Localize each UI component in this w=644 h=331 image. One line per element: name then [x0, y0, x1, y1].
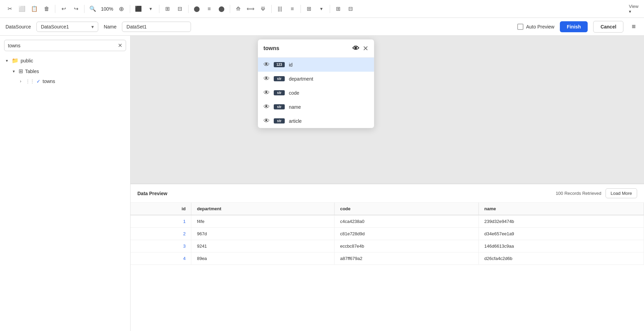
towns-label: towns — [43, 79, 55, 84]
name-label: Name — [104, 24, 116, 29]
auto-preview-wrap: Auto Preview — [517, 24, 554, 30]
toolbar: ✂ ⬜ 📋 🗑 ↩ ↪ 🔍 100% ⊕ ⬛ ▼ ⊞ ⊟ ⬤ ≡ ⬤ ⟰ ⟺ ⟱… — [0, 0, 644, 18]
sidebar: ✕ ▾ 📁 public ▾ ⊞ Tables › ⋮⋮ ✓ towns — [0, 36, 131, 331]
redo-icon[interactable]: ↪ — [70, 3, 81, 14]
public-chevron-icon: ▾ — [4, 58, 10, 63]
popup-field-code[interactable]: 👁 str code — [258, 86, 374, 100]
undo-icon[interactable]: ↩ — [58, 3, 69, 14]
dist-h-icon[interactable]: ||| — [274, 3, 285, 14]
frame-icon[interactable]: ⬛ — [133, 3, 144, 14]
fit-down-icon[interactable]: ▼ — [316, 3, 327, 14]
tables-label: Tables — [25, 69, 39, 74]
sep3 — [130, 5, 130, 13]
content-area: towns 👁 ✕ 👁 123 id 👁 str department 👁 st… — [131, 36, 644, 331]
paste-icon[interactable]: 📋 — [29, 3, 40, 14]
frame-down-icon[interactable]: ▼ — [145, 3, 156, 14]
datasource-select[interactable]: DataSource1 ▾ — [36, 22, 98, 32]
zoom-in-icon[interactable]: ⊕ — [116, 3, 127, 14]
field-name-dept: department — [289, 76, 313, 82]
name-input[interactable] — [122, 22, 191, 32]
align-top-icon[interactable]: ⟰ — [233, 3, 244, 14]
sep2 — [84, 5, 84, 13]
sep7 — [271, 5, 272, 13]
sep5 — [188, 5, 189, 13]
popup-header: towns 👁 ✕ — [258, 39, 374, 58]
header-bar: DataSource DataSource1 ▾ Name Auto Previ… — [0, 18, 644, 36]
align-bottom-icon[interactable]: ⟱ — [258, 3, 269, 14]
cell-code: a87ff679a2 — [335, 252, 479, 265]
align-vmid-icon[interactable]: ⟺ — [245, 3, 256, 14]
popup-field-id[interactable]: 👁 123 id — [258, 58, 374, 72]
field-type-dept: str — [274, 76, 285, 81]
tables-icon: ⊞ — [19, 68, 23, 74]
field-name-article: article — [289, 118, 302, 124]
search-input[interactable] — [8, 43, 118, 48]
field-name-id: id — [289, 62, 293, 68]
search-clear-icon[interactable]: ✕ — [118, 42, 122, 49]
cell-id: 3 — [131, 240, 191, 252]
cell-name: 146d6613c9aa — [479, 240, 644, 252]
finish-button[interactable]: Finish — [560, 21, 588, 32]
cell-id: 1 — [131, 215, 191, 228]
field-type-name: str — [274, 104, 285, 109]
cell-code: c81e728d9d — [335, 228, 479, 240]
col-header-code: code — [335, 203, 479, 215]
popup-field-department[interactable]: 👁 str department — [258, 72, 374, 86]
field-eye-dept-icon: 👁 — [263, 75, 270, 82]
zoom-out-icon[interactable]: 🔍 — [87, 3, 98, 14]
cancel-button[interactable]: Cancel — [593, 21, 623, 33]
sep8 — [301, 5, 301, 13]
cell-id: 2 — [131, 228, 191, 240]
data-preview-right: 100 Records Retrieved Load More — [556, 188, 637, 198]
group-icon[interactable]: ⊞ — [333, 3, 344, 14]
align-right-icon[interactable]: ⬤ — [216, 3, 227, 14]
main-area: ✕ ▾ 📁 public ▾ ⊞ Tables › ⋮⋮ ✓ towns tow… — [0, 36, 644, 331]
cell-department: 9241 — [191, 240, 335, 252]
load-more-button[interactable]: Load More — [606, 188, 637, 198]
cell-department: 967d — [191, 228, 335, 240]
fit-icon[interactable]: ⊞ — [304, 3, 315, 14]
copy-icon[interactable]: ⬜ — [16, 3, 27, 14]
field-eye-article-icon: 👁 — [263, 117, 270, 125]
data-preview-title: Data Preview — [137, 191, 167, 196]
towns-dots-icon: ⋮⋮ — [25, 79, 34, 84]
align-left-icon[interactable]: ⬤ — [191, 3, 202, 14]
table-row: 39241eccbc87e4b146d6613c9aa — [131, 240, 644, 252]
data-preview-header: Data Preview 100 Records Retrieved Load … — [131, 184, 644, 203]
popup-field-name[interactable]: 👁 str name — [258, 100, 374, 114]
popup-close-icon[interactable]: ✕ — [363, 44, 369, 52]
towns-chevron-icon: › — [18, 79, 23, 84]
sidebar-item-towns[interactable]: › ⋮⋮ ✓ towns — [0, 76, 130, 86]
table-header-row: id department code name — [131, 203, 644, 215]
popup-field-article[interactable]: 👁 str article — [258, 114, 374, 128]
cell-name: d26cfa4c2d6b — [479, 252, 644, 265]
sidebar-item-public[interactable]: ▾ 📁 public — [0, 55, 130, 66]
sep6 — [230, 5, 230, 13]
sidebar-item-tables[interactable]: ▾ ⊞ Tables — [0, 66, 130, 76]
dist-v-icon[interactable]: ≡ — [287, 3, 298, 14]
view-icon[interactable]: View ▾ — [629, 3, 640, 14]
cell-code: eccbc87e4b — [335, 240, 479, 252]
delete-icon[interactable]: 🗑 — [41, 3, 52, 14]
cell-code: c4ca4238a0 — [335, 215, 479, 228]
insert-row-icon[interactable]: ⊞ — [162, 3, 173, 14]
insert-col-icon[interactable]: ⊟ — [174, 3, 185, 14]
public-label: public — [21, 58, 33, 63]
cell-id: 4 — [131, 252, 191, 265]
search-bar: ✕ — [4, 40, 126, 51]
cut-icon[interactable]: ✂ — [4, 3, 15, 14]
table-row: 489eaa87ff679a2d26cfa4c2d6b — [131, 252, 644, 265]
preview-table: id department code name 1f4fec4ca4238a02… — [131, 203, 644, 265]
field-eye-code-icon: 👁 — [263, 89, 270, 96]
towns-check-icon: ✓ — [36, 79, 41, 84]
col-header-department: department — [191, 203, 335, 215]
auto-preview-checkbox[interactable] — [517, 24, 523, 30]
public-folder-icon: 📁 — [12, 57, 19, 64]
popup-eye-icon[interactable]: 👁 — [352, 45, 359, 52]
col-header-id: id — [131, 203, 191, 215]
align-center-icon[interactable]: ≡ — [204, 3, 215, 14]
auto-preview-label: Auto Preview — [526, 24, 554, 29]
field-eye-id-icon: 👁 — [263, 61, 270, 68]
ungroup-icon[interactable]: ⊟ — [345, 3, 356, 14]
menu-button[interactable]: ≡ — [629, 21, 639, 32]
